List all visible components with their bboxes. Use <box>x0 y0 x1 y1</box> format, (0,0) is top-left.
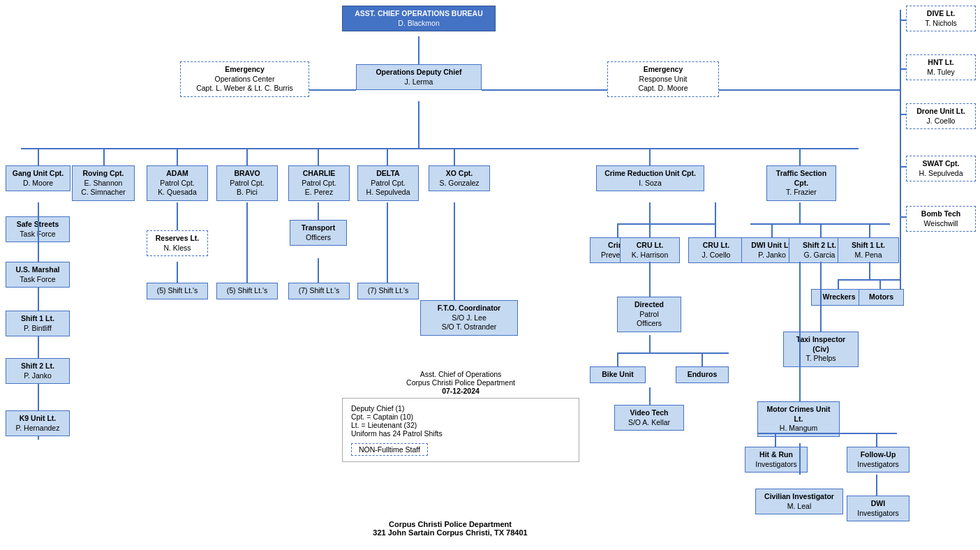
traffic-section-cpt-box: Traffic Section Cpt. T. Frazier <box>766 165 836 201</box>
legend-item-3: Lt. = Lieutenant (32) <box>351 421 570 429</box>
directed-patrol-box: Directed Patrol Officers <box>617 297 681 332</box>
enduros-box: Enduros <box>676 366 729 383</box>
us-marshal-box: U.S. Marshal Task Force <box>6 262 70 288</box>
cru-lt-harrison-box: CRU Lt. K. Harrison <box>620 237 680 263</box>
roving-cpt-box: Roving Cpt. E. Shannon C. Simnacher <box>72 165 135 201</box>
shift-7b-box: (7) Shift Lt.'s <box>357 283 419 299</box>
followup-box: Follow-Up Investigators <box>847 447 910 473</box>
cru-lt-coello-box: CRU Lt. J. Coello <box>688 237 744 263</box>
shift1-lt-pena-box: Shift 1 Lt. M. Pena <box>838 237 899 263</box>
shift1-lt-gang-box: Shift 1 Lt. P. Bintliff <box>6 311 70 336</box>
info-block: Asst. Chief of Operations Corpus Christi… <box>342 370 579 462</box>
org-chart: ASST. CHIEF OPERATIONS BUREAU D. Blackmo… <box>0 0 980 550</box>
non-fulltime-label: NON-Fulltime Staff <box>351 443 428 456</box>
operations-deputy-chief-box: Operations Deputy Chief J. Lerma <box>356 64 482 90</box>
fto-coordinator-box: F.T.O. Coordinator S/O J. Lee S/O T. Ost… <box>420 300 518 336</box>
legend-item-4: Uniform has 24 Patrol Shifts <box>351 429 570 438</box>
shift-5b-box: (5) Shift Lt.'s <box>216 283 278 299</box>
hit-run-box: Hit & Run Investigators <box>745 447 808 473</box>
k9-unit-lt-box: K9 Unit Lt. P. Hernandez <box>6 410 70 436</box>
asst-chief-box: ASST. CHIEF OPERATIONS BUREAU D. Blackmo… <box>342 6 496 31</box>
eoc-box: Emergency Operations Center Capt. L. Web… <box>180 61 309 97</box>
shift2-lt-gang-box: Shift 2 Lt. P. Janko <box>6 358 70 384</box>
charlie-patrol-cpt-box: CHARLIE Patrol Cpt. E. Perez <box>288 165 350 201</box>
gang-unit-cpt-box: Gang Unit Cpt. D. Moore <box>6 165 70 191</box>
motors-box: Motors <box>859 289 904 306</box>
adam-patrol-cpt-box: ADAM Patrol Cpt. K. Quesada <box>147 165 208 201</box>
footer: Corpus Christi Police Department 321 Joh… <box>293 520 607 537</box>
dive-lt-box: DIVE Lt. T. Nichols <box>906 6 976 31</box>
cru-cpt-box: Crime Reduction Unit Cpt. I. Soza <box>596 165 704 191</box>
video-tech-box: Video Tech S/O A. Kellar <box>614 405 684 431</box>
civ-investigator-box: Civilian Investigator M. Leal <box>755 489 843 514</box>
motor-crimes-lt-box: Motor Crimes Unit Lt. H. Mangum <box>757 401 840 437</box>
hnt-lt-box: HNT Lt. M. Tuley <box>906 54 976 80</box>
shift-7a-box: (7) Shift Lt.'s <box>288 283 350 299</box>
swat-cpt-box: SWAT Cpt. H. Sepulveda <box>906 156 976 181</box>
legend-item-1: Deputy Chief (1) <box>351 404 570 412</box>
drone-unit-lt-box: Drone Unit Lt. J. Coello <box>906 103 976 129</box>
delta-patrol-cpt-box: DELTA Patrol Cpt. H. Sepulveda <box>357 165 419 201</box>
xo-cpt-box: XO Cpt. S. Gonzalez <box>429 165 490 191</box>
bike-unit-box: Bike Unit <box>590 366 646 383</box>
reserves-lt-box: Reserves Lt. N. Kless <box>147 230 208 256</box>
dwi-investigators-box: DWI Investigators <box>847 496 910 521</box>
taxi-inspector-box: Taxi Inspector (Civ) T. Phelps <box>783 332 859 367</box>
bomb-tech-box: Bomb Tech Weischwill <box>906 206 976 232</box>
bravo-patrol-cpt-box: BRAVO Patrol Cpt. B. Pici <box>216 165 278 201</box>
transport-officers-box: Transport Officers <box>290 220 347 246</box>
shift-5a-box: (5) Shift Lt.'s <box>147 283 208 299</box>
legend-item-2: Cpt. = Captain (10) <box>351 412 570 421</box>
eru-box: Emergency Response Unit Capt. D. Moore <box>607 61 719 97</box>
